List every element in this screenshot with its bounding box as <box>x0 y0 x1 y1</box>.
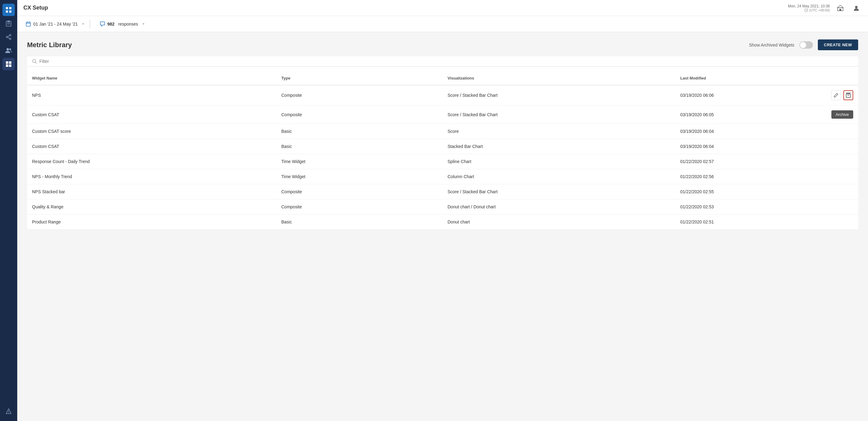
svg-point-29 <box>855 6 858 8</box>
archive-icon-button[interactable] <box>843 90 853 100</box>
cell-widget-name: Custom CSAT <box>27 105 276 124</box>
cell-last-modified: 01/22/2020 02:53 <box>675 199 825 215</box>
cell-type: Basic <box>276 139 443 154</box>
cell-widget-name: Product Range <box>27 215 276 230</box>
cell-type: Composite <box>276 105 443 124</box>
cell-type: Time Widget <box>276 169 443 184</box>
date-range-value: 01 Jan '21 - 24 May '21 <box>33 22 78 27</box>
create-new-button[interactable]: CREATE NEW <box>818 39 858 50</box>
cell-type: Basic <box>276 215 443 230</box>
filter-input-wrapper <box>27 56 858 66</box>
cell-visualizations: Score <box>443 124 675 139</box>
cell-widget-name: NPS Stacked bar <box>27 184 276 199</box>
table-row: NPS - Monthly Trend Time Widget Column C… <box>27 169 858 184</box>
cell-type: Time Widget <box>276 154 443 169</box>
app-title: CX Setup <box>23 5 783 11</box>
col-actions <box>825 72 858 85</box>
sidebar-icon-grid[interactable] <box>2 4 15 16</box>
cell-last-modified: 03/19/2020 06:06 <box>675 85 825 105</box>
svg-point-37 <box>33 59 36 62</box>
cell-visualizations: Column Chart <box>443 169 675 184</box>
section-actions: Show Archived Widgets CREATE NEW <box>749 39 858 50</box>
cell-widget-name: Response Count - Daily Trend <box>27 154 276 169</box>
user-icon[interactable] <box>851 2 862 13</box>
table-row: Response Count - Daily Trend Time Widget… <box>27 154 858 169</box>
sidebar-icon-bottom[interactable] <box>2 405 15 417</box>
sidebar-icon-users[interactable] <box>2 45 15 57</box>
show-archived-toggle[interactable] <box>799 41 813 49</box>
topbar-right: Mon, 24 May 2021, 10:36 (UTC +08:00) <box>788 2 862 13</box>
cell-type: Composite <box>276 184 443 199</box>
cell-widget-name: NPS - Monthly Trend <box>27 169 276 184</box>
section-header: Metric Library Show Archived Widgets CRE… <box>27 39 858 50</box>
cell-actions <box>825 184 858 199</box>
cell-last-modified: 01/22/2020 02:56 <box>675 169 825 184</box>
table-row: Custom CSAT Basic Stacked Bar Chart 03/1… <box>27 139 858 154</box>
cell-actions <box>825 215 858 230</box>
archive-button[interactable]: Archive <box>831 110 853 119</box>
svg-marker-36 <box>143 23 144 25</box>
cell-visualizations: Donut chart <box>443 215 675 230</box>
date-range-filter[interactable]: 01 Jan '21 - 24 May '21 <box>23 20 90 28</box>
cell-actions <box>825 154 858 169</box>
svg-rect-17 <box>6 64 8 67</box>
cell-actions <box>825 139 858 154</box>
cell-last-modified: 01/22/2020 02:57 <box>675 154 825 169</box>
cell-visualizations: Spline Chart <box>443 154 675 169</box>
topbar: CX Setup Mon, 24 May 2021, 10:36 (UTC +0… <box>17 0 868 16</box>
cell-actions <box>825 85 858 105</box>
cell-widget-name: Custom CSAT <box>27 139 276 154</box>
cell-type: Composite <box>276 85 443 105</box>
svg-rect-39 <box>846 94 850 97</box>
filter-input[interactable] <box>39 59 853 64</box>
svg-rect-2 <box>6 10 8 12</box>
svg-rect-0 <box>6 7 8 9</box>
svg-line-38 <box>35 62 37 63</box>
svg-line-12 <box>8 37 9 38</box>
show-archived-label: Show Archived Widgets <box>749 43 794 48</box>
sidebar-icon-clipboard[interactable] <box>2 17 15 30</box>
cell-actions <box>825 124 858 139</box>
cell-visualizations: Stacked Bar Chart <box>443 139 675 154</box>
responses-count: 982 <box>107 22 115 27</box>
cell-last-modified: 01/22/2020 02:51 <box>675 215 825 230</box>
responses-label: responses <box>118 22 138 27</box>
table-row: Quality & Range Composite Donut chart / … <box>27 199 858 215</box>
svg-point-10 <box>9 38 11 40</box>
cell-visualizations: Donut chart / Donut chart <box>443 199 675 215</box>
bank-icon[interactable] <box>835 2 846 13</box>
svg-line-27 <box>840 5 843 8</box>
svg-rect-4 <box>6 21 11 26</box>
filterbar: 01 Jan '21 - 24 May '21 982 responses <box>17 16 868 32</box>
main-content: CX Setup Mon, 24 May 2021, 10:36 (UTC +0… <box>17 0 868 421</box>
svg-line-11 <box>8 35 9 37</box>
sidebar-icon-share[interactable] <box>2 31 15 43</box>
svg-marker-34 <box>82 23 84 25</box>
svg-point-8 <box>9 34 11 36</box>
cell-widget-name: Quality & Range <box>27 199 276 215</box>
edit-button[interactable] <box>831 90 841 100</box>
svg-rect-30 <box>26 22 30 26</box>
cell-type: Composite <box>276 199 443 215</box>
col-widget-name: Widget Name <box>27 72 276 85</box>
cell-last-modified: 03/19/2020 06:04 <box>675 139 825 154</box>
cell-actions <box>825 169 858 184</box>
sidebar-icon-widgets[interactable] <box>2 58 15 70</box>
cell-visualizations: Score / Stacked Bar Chart <box>443 85 675 105</box>
cell-visualizations: Score / Stacked Bar Chart <box>443 105 675 124</box>
svg-rect-15 <box>6 61 8 64</box>
svg-rect-3 <box>9 10 11 12</box>
table-row: NPS Stacked bar Composite Score / Stacke… <box>27 184 858 199</box>
table-wrapper: Widget Name Type Visualizations Last Mod… <box>27 56 858 230</box>
col-last-modified: Last Modified <box>675 72 825 85</box>
responses-filter[interactable]: 982 responses <box>98 20 150 28</box>
svg-line-26 <box>837 5 840 8</box>
svg-rect-1 <box>9 7 11 9</box>
page-content: Metric Library Show Archived Widgets CRE… <box>17 32 868 421</box>
cell-widget-name: NPS <box>27 85 276 105</box>
table-row: NPS Composite Score / Stacked Bar Chart … <box>27 85 858 105</box>
cell-type: Basic <box>276 124 443 139</box>
datetime-display: Mon, 24 May 2021, 10:36 (UTC +08:00) <box>788 4 830 12</box>
svg-rect-5 <box>7 21 10 22</box>
cell-last-modified: 03/19/2020 06:04 <box>675 124 825 139</box>
